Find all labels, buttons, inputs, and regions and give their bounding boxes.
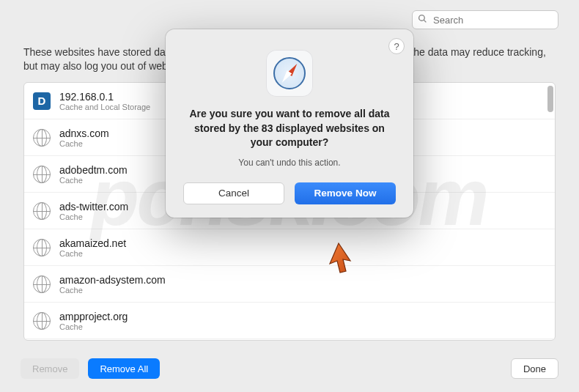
row-text: ampproject.org Cache [59,311,128,331]
site-data-types: Cache [59,212,128,221]
site-data-types: Cache [59,139,109,148]
site-host: adnxs.com [59,127,109,139]
svg-point-0 [419,15,425,21]
site-favicon: D [33,92,51,110]
globe-icon [33,275,51,293]
globe-icon [33,312,51,330]
site-host: ads-twitter.com [59,201,128,212]
svg-line-1 [424,20,426,22]
sheet-button-row: Cancel Remove Now [183,182,396,204]
search-input[interactable] [412,10,558,29]
site-data-types: Cache and Local Storage [59,103,150,111]
row-text: ads-twitter.com Cache [59,201,128,221]
site-host: amazon-adsystem.com [59,274,166,286]
globe-icon [33,129,51,147]
globe-icon [33,166,51,183]
row-text: amazon-adsystem.com Cache [59,274,166,295]
globe-icon [33,239,51,256]
site-host: akamaized.net [59,237,126,249]
row-text: akamaized.net Cache [59,237,126,258]
site-host: adobedtm.com [59,164,128,176]
remove-button: Remove [21,358,79,379]
compass-icon [273,57,306,89]
remove-now-button[interactable]: Remove Now [295,182,396,204]
done-button[interactable]: Done [511,358,558,379]
row-text: adobedtm.com Cache [59,164,128,185]
site-data-types: Cache [59,322,128,331]
scrollbar-thumb[interactable] [547,86,553,112]
confirm-remove-sheet: ? Are you sure you want to remove all da… [166,29,413,218]
table-row[interactable]: ampproject.org Cache [24,303,555,339]
sheet-title: Are you sure you want to remove all data… [183,107,396,150]
globe-icon [33,202,51,220]
site-data-types: Cache [59,176,128,185]
site-data-types: Cache [59,249,126,258]
search-container [412,10,558,29]
scrollbar[interactable] [546,84,553,339]
search-icon [418,13,427,26]
row-text: 192.168.0.1 Cache and Local Storage [59,91,150,111]
remove-all-button[interactable]: Remove All [88,358,160,379]
site-host: 192.168.0.1 [59,91,150,103]
cancel-button[interactable]: Cancel [183,182,284,204]
bottom-button-bar: Remove Remove All Done [21,358,558,379]
safari-app-icon [266,50,313,97]
table-row[interactable]: akamaized.net Cache [24,229,555,266]
site-data-types: Cache [59,286,166,295]
sheet-subtitle: You can't undo this action. [183,158,396,168]
help-button[interactable]: ? [388,38,405,54]
table-row[interactable]: amazon-adsystem.com Cache [24,266,555,303]
site-host: ampproject.org [59,311,128,322]
row-text: adnxs.com Cache [59,127,109,148]
